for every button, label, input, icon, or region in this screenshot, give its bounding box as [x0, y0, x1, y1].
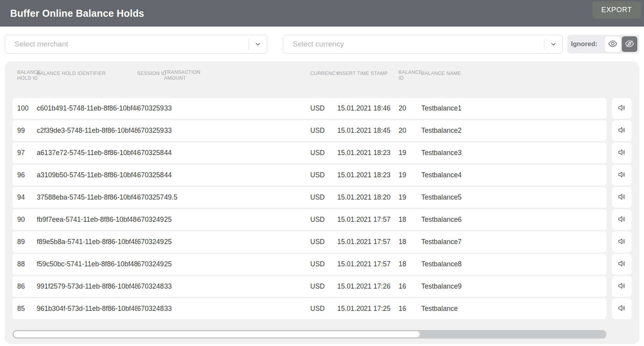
cell-balance-hold-identifier: f89e5b8a-5741-11eb-8f86-10bf48d7f223	[37, 238, 137, 246]
table-row-card: 89 f89e5b8a-5741-11eb-8f86-10bf48d7f223 …	[13, 232, 606, 252]
row-audit-button[interactable]	[612, 254, 631, 275]
cell-balance-name: Testbalance3	[421, 149, 606, 157]
table-row-card: 100 c601b491-5748-11eb-8f86-10bf48d7f223…	[13, 98, 606, 119]
speaker-icon	[617, 148, 626, 158]
cell-balance-name: Testbalance6	[421, 216, 606, 224]
cell-balance-id: 19	[399, 149, 421, 157]
speaker-icon	[617, 170, 626, 180]
row-audit-button[interactable]	[612, 98, 631, 119]
cell-insert-time-stamp: 15.01.2021 18:46	[337, 104, 399, 112]
cell-balance-hold-identifier: fb9f7eea-5741-11eb-8f86-10bf48d7f223	[37, 216, 137, 224]
cell-insert-time-stamp: 15.01.2021 17:26	[337, 282, 399, 291]
cell-transaction-amount: 25	[164, 216, 310, 224]
cell-transaction-amount: 33	[164, 127, 310, 135]
cell-insert-time-stamp: 15.01.2021 17:57	[337, 216, 399, 224]
cell-balance-name: Testbalance1	[421, 104, 606, 112]
column-header-transaction-amount: TRANSACTION AMOUNT	[164, 70, 310, 98]
cell-balance-id: 19	[399, 171, 421, 179]
table-header-row: BALANCE HOLD ID BALANCE HOLD IDENTIFIER …	[13, 61, 631, 98]
cell-balance-name: Testbalance2	[421, 127, 606, 135]
currency-select[interactable]: Select currency	[283, 35, 563, 54]
cell-insert-time-stamp: 15.01.2021 18:23	[337, 149, 399, 157]
table-row-card: 99 c2f39de3-5748-11eb-8f86-10bf48d7f223 …	[13, 120, 606, 141]
cell-balance-hold-identifier: f59c50bc-5741-11eb-8f86-10bf48d7f223	[37, 260, 137, 268]
cell-balance-id: 16	[399, 305, 421, 313]
cell-session-id: 6703257	[137, 193, 164, 202]
app-header: Buffer Online Balance Holds EXPORT	[0, 0, 644, 27]
export-button[interactable]: EXPORT	[592, 1, 641, 19]
cell-balance-id: 20	[399, 127, 421, 135]
cell-session-id: 6703249	[137, 238, 164, 246]
cell-insert-time-stamp: 15.01.2021 18:23	[337, 171, 399, 179]
merchant-select[interactable]: Select merchant	[5, 35, 267, 54]
cell-session-id: 6703258	[137, 171, 164, 179]
table-row: 90 fb9f7eea-5741-11eb-8f86-10bf48d7f223 …	[13, 209, 631, 230]
table-row: 96 a3109b50-5745-11eb-8f86-10bf48d7f223 …	[13, 165, 631, 185]
row-audit-button[interactable]	[612, 232, 631, 252]
ignored-hide-button[interactable]	[622, 36, 637, 52]
row-audit-button[interactable]	[612, 209, 631, 230]
cell-session-id: 6703249	[137, 260, 164, 268]
cell-balance-hold-identifier: 961b304f-573d-11eb-8f86-10bf48d7f223	[37, 305, 137, 313]
row-audit-button[interactable]	[612, 187, 631, 208]
row-audit-button[interactable]	[612, 143, 631, 163]
balance-holds-table: BALANCE HOLD ID BALANCE HOLD IDENTIFIER …	[5, 61, 639, 344]
cell-balance-hold-identifier: a6137e72-5745-11eb-8f86-10bf48d7f223	[37, 149, 137, 157]
speaker-icon	[617, 193, 626, 202]
row-audit-button[interactable]	[612, 165, 631, 185]
cell-balance-id: 19	[399, 193, 421, 202]
cell-session-id: 6703248	[137, 282, 164, 291]
cell-currency: USD	[310, 193, 337, 202]
cell-balance-hold-id: 99	[17, 127, 37, 135]
eye-off-icon	[625, 39, 634, 50]
row-audit-button[interactable]	[612, 276, 631, 297]
cell-insert-time-stamp: 15.01.2021 17:57	[337, 260, 399, 268]
table-row-card: 94 37588eba-5745-11eb-8f86-10bf48d7f223 …	[13, 187, 606, 208]
cell-currency: USD	[310, 127, 337, 135]
ignored-show-button[interactable]	[605, 36, 621, 52]
cell-balance-hold-id: 94	[17, 193, 37, 202]
cell-balance-id: 18	[399, 216, 421, 224]
speaker-icon	[617, 126, 626, 136]
cell-currency: USD	[310, 238, 337, 246]
column-header-insert-time-stamp: INSERT TIME STAMP	[337, 70, 399, 98]
speaker-icon	[617, 237, 626, 247]
cell-balance-hold-id: 86	[17, 282, 37, 291]
cell-currency: USD	[310, 260, 337, 268]
horizontal-scrollbar-thumb[interactable]	[13, 331, 420, 338]
column-header-balance-id: BALANCE ID	[399, 70, 421, 98]
cell-currency: USD	[310, 171, 337, 179]
table-row: 85 961b304f-573d-11eb-8f86-10bf48d7f223 …	[13, 298, 631, 319]
cell-balance-name: Testbalance8	[421, 260, 606, 268]
cell-currency: USD	[310, 305, 337, 313]
cell-balance-name: Testbalance9	[421, 282, 606, 291]
speaker-icon	[617, 259, 626, 269]
column-header-balance-hold-id: BALANCE HOLD ID	[17, 70, 37, 98]
table-row: 89 f89e5b8a-5741-11eb-8f86-10bf48d7f223 …	[13, 232, 631, 252]
table-row: 99 c2f39de3-5748-11eb-8f86-10bf48d7f223 …	[13, 120, 631, 141]
ignored-filter-group: Ignored:	[567, 35, 639, 54]
cell-balance-hold-identifier: a3109b50-5745-11eb-8f86-10bf48d7f223	[37, 171, 137, 179]
cell-currency: USD	[310, 104, 337, 112]
row-audit-button[interactable]	[612, 120, 631, 141]
column-header-session-id: SESSION ID	[137, 70, 164, 98]
table-body: 100 c601b491-5748-11eb-8f86-10bf48d7f223…	[13, 98, 631, 319]
row-audit-button[interactable]	[612, 298, 631, 319]
cell-balance-name: Testbalance4	[421, 171, 606, 179]
cell-transaction-amount: 44	[164, 149, 310, 157]
cell-balance-hold-identifier: 37588eba-5745-11eb-8f86-10bf48d7f223	[37, 193, 137, 202]
table-row: 86 991f2579-573d-11eb-8f86-10bf48d7f223 …	[13, 276, 631, 297]
cell-session-id: 6703248	[137, 305, 164, 313]
table-row-card: 90 fb9f7eea-5741-11eb-8f86-10bf48d7f223 …	[13, 209, 606, 230]
currency-select-placeholder: Select currency	[293, 40, 544, 48]
column-header-currency: CURRENCY	[310, 70, 337, 98]
speaker-icon	[617, 215, 626, 225]
cell-balance-hold-id: 97	[17, 149, 37, 157]
cell-balance-hold-id: 100	[17, 104, 37, 112]
cell-currency: USD	[310, 282, 337, 291]
cell-insert-time-stamp: 15.01.2021 17:57	[337, 238, 399, 246]
horizontal-scrollbar-track[interactable]	[13, 330, 606, 339]
cell-balance-name: Testbalance5	[421, 193, 606, 202]
speaker-icon	[617, 282, 626, 291]
cell-balance-hold-id: 85	[17, 305, 37, 313]
